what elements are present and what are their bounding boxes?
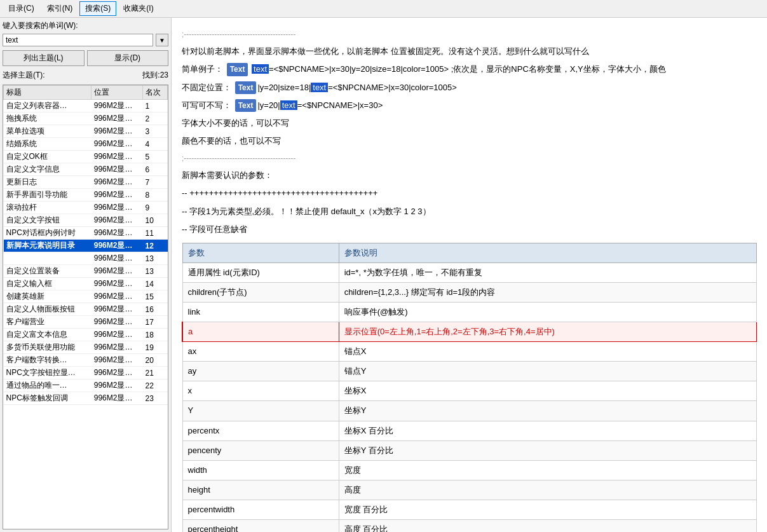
table-row[interactable]: 更新日志996M2显…7 [4, 176, 168, 189]
param-name: ax [182, 342, 339, 362]
search-label: 键入要搜索的单词(W): [3, 20, 168, 31]
row-location: 996M2显… [92, 125, 143, 138]
row-num: 21 [143, 367, 168, 379]
para4-tag1: Text [235, 99, 257, 112]
table-row[interactable]: 菜单拉选项996M2显…3 [4, 125, 168, 138]
table-row[interactable]: 结婚系统996M2显…4 [4, 138, 168, 151]
para-5-1: 字体大小不要的话，可以不写 [182, 116, 757, 130]
row-title: 滚动拉杆 [4, 201, 92, 214]
table-row[interactable]: 自定义文字按钮996M2显…10 [4, 214, 168, 227]
para4-highlight: text [280, 100, 297, 110]
col-location: 位置 [92, 86, 143, 100]
row-title: 创建英雄新 [4, 290, 92, 303]
table-row[interactable]: NPC文字按钮控显…996M2显…21 [4, 367, 168, 379]
row-location: 996M2显… [92, 100, 143, 113]
table-row[interactable]: 新手界面引导功能996M2显…8 [4, 189, 168, 201]
search-input[interactable] [3, 34, 153, 46]
param-col-param: 参数 [182, 243, 339, 263]
row-location: 996M2显… [92, 290, 143, 303]
row-num: 3 [143, 125, 168, 138]
table-row[interactable]: 新脚本元素说明目录996M2显…12 [4, 240, 168, 252]
param-name: children(子节点) [182, 282, 339, 302]
table-row[interactable]: 自定义输入框996M2显…14 [4, 278, 168, 290]
table-row[interactable]: 自定义富文本信息996M2显…18 [4, 329, 168, 341]
table-row[interactable]: 自定义文字信息996M2显…6 [4, 163, 168, 176]
param-name: x [182, 381, 339, 401]
topic-table-wrapper[interactable]: 标题 位置 名次 自定义列表容器…996M2显…1拖拽系统996M2显…2菜单拉… [3, 85, 168, 529]
row-title: 菜单拉选项 [4, 125, 92, 138]
row-num: 22 [143, 379, 168, 392]
row-title: 自定义人物面板按钮 [4, 303, 92, 316]
row-title: 拖拽系统 [4, 113, 92, 125]
row-num: 7 [143, 176, 168, 189]
table-row[interactable]: 通过物品的唯一…996M2显…22 [4, 379, 168, 392]
param-name: ay [182, 362, 339, 381]
row-location: 996M2显… [92, 113, 143, 125]
param-name: percentheight [182, 520, 339, 532]
param-name: Y [182, 401, 339, 421]
param-name: height [182, 480, 339, 500]
param-row: link响应事件(@触发) [182, 303, 757, 322]
menu-contents[interactable]: 目录(C) [3, 1, 40, 16]
param-row: percentx坐标X 百分比 [182, 421, 757, 440]
table-row[interactable]: 自定义人物面板按钮996M2显…16 [4, 303, 168, 316]
table-row[interactable]: NPC对话框内例讨时996M2显…11 [4, 227, 168, 240]
table-row[interactable]: 996M2显…13 [4, 252, 168, 265]
row-title [4, 252, 92, 265]
display-button[interactable]: 显示(D) [87, 50, 169, 66]
row-location: 996M2显… [92, 354, 143, 367]
search-row: ▼ [3, 34, 168, 46]
table-row[interactable]: 滚动拉杆996M2显…9 [4, 201, 168, 214]
param-name: a [182, 322, 339, 342]
table-row[interactable]: 自定义列表容器…996M2显…1 [4, 100, 168, 113]
row-num: 9 [143, 201, 168, 214]
button-row: 列出主题(L) 显示(D) [3, 50, 168, 66]
list-topics-button[interactable]: 列出主题(L) [3, 50, 85, 66]
para4-code1: |y=20| [257, 100, 280, 110]
menu-favorites[interactable]: 收藏夹(I) [118, 1, 159, 16]
col-title: 标题 [4, 86, 92, 100]
table-row[interactable]: 多货币关联使用功能996M2显…19 [4, 341, 168, 354]
row-num: 13 [143, 265, 168, 278]
table-row[interactable]: NPC标签触发回调996M2显…23 [4, 392, 168, 405]
search-dropdown-button[interactable]: ▼ [156, 34, 168, 46]
table-row[interactable]: 创建英雄新996M2显…15 [4, 290, 168, 303]
row-title: NPC标签触发回调 [4, 392, 92, 405]
row-location: 996M2显… [92, 151, 143, 163]
row-location: 996M2显… [92, 138, 143, 151]
row-num: 6 [143, 163, 168, 176]
table-row[interactable]: 自定义OK框996M2显…5 [4, 151, 168, 163]
menu-index[interactable]: 索引(N) [41, 1, 79, 16]
row-location: 996M2显… [92, 240, 143, 252]
row-location: 996M2显… [92, 214, 143, 227]
menu-search[interactable]: 搜索(S) [79, 1, 116, 16]
para2-prefix: 简单例子： [182, 64, 223, 74]
table-row[interactable]: 客户端数字转换…996M2显…20 [4, 354, 168, 367]
table-row[interactable]: 自定义位置装备996M2显…13 [4, 265, 168, 278]
param-desc: 宽度 [339, 460, 756, 480]
param-desc: 宽度 百分比 [339, 500, 756, 519]
table-row[interactable]: 客户端营业996M2显…17 [4, 316, 168, 329]
row-title: 自定义富文本信息 [4, 329, 92, 341]
row-num: 15 [143, 290, 168, 303]
row-title: 自定义文字信息 [4, 163, 92, 176]
para-6: 新脚本需要认识的参数： [182, 168, 757, 182]
row-location: 996M2显… [92, 329, 143, 341]
param-row: height高度 [182, 480, 757, 500]
row-location: 996M2显… [92, 189, 143, 201]
param-row: percentwidth宽度 百分比 [182, 500, 757, 519]
param-table: 参数 参数说明 通用属性 id(元素ID)id=*, *为数字任填，唯一，不能有… [182, 243, 757, 532]
row-title: 自定义列表容器… [4, 100, 92, 113]
table-row[interactable]: 拖拽系统996M2显…2 [4, 113, 168, 125]
row-location: 996M2显… [92, 392, 143, 405]
row-location: 996M2显… [92, 252, 143, 265]
para4-prefix: 可写可不写： [182, 100, 231, 110]
param-desc: 坐标X 百分比 [339, 421, 756, 440]
row-title: 自定义文字按钮 [4, 214, 92, 227]
param-name: width [182, 460, 339, 480]
para4-code2: =<$NPCNAME>|x=30> [297, 100, 383, 110]
divider-1: ;---------------------------------------… [182, 28, 757, 41]
row-location: 996M2显… [92, 367, 143, 379]
row-location: 996M2显… [92, 163, 143, 176]
param-desc: id=*, *为数字任填，唯一，不能有重复 [339, 263, 756, 282]
